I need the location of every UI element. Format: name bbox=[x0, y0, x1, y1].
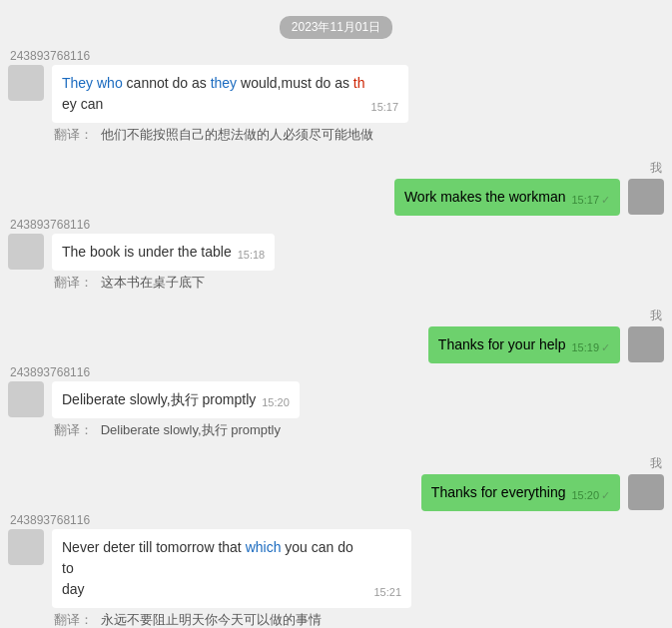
timestamp-1: 15:17 bbox=[371, 99, 399, 116]
avatar-7 bbox=[8, 529, 44, 565]
avatar-5 bbox=[8, 381, 44, 417]
avatar-6 bbox=[628, 474, 664, 510]
right-label-6: 我 bbox=[0, 455, 662, 472]
date-label: 2023年11月01日 bbox=[280, 16, 392, 39]
timestamp-6: 15:20 bbox=[571, 487, 599, 504]
right-label-2: 我 bbox=[0, 160, 662, 177]
timestamp-7: 15:21 bbox=[373, 584, 401, 601]
msg-group-6: 我 Thanks for everything 15:20 ✓ bbox=[0, 449, 672, 511]
bubble-inner-1: They who cannot do as they would,must do… bbox=[62, 73, 398, 115]
msg-row-1: They who cannot do as they would,must do… bbox=[0, 65, 672, 123]
bubble-7: Never deter till tomorrow that which you… bbox=[52, 529, 411, 608]
sender-name-3: 243893768116 bbox=[10, 218, 672, 232]
bubble-1: They who cannot do as they would,must do… bbox=[52, 65, 408, 123]
bubble-inner-6: Thanks for everything 15:20 ✓ bbox=[431, 482, 610, 503]
bubble-wrap-2: Work makes the workman 15:17 ✓ bbox=[394, 179, 620, 216]
check-icon-4: ✓ bbox=[601, 339, 610, 356]
bubble-text-4: Thanks for your help bbox=[438, 334, 566, 355]
bubble-text-6: Thanks for everything bbox=[431, 482, 566, 503]
bubble-wrap-7: Never deter till tomorrow that which you… bbox=[52, 529, 411, 608]
check-icon-6: ✓ bbox=[601, 487, 610, 504]
bubble-wrap-4: Thanks for your help 15:19 ✓ bbox=[428, 326, 620, 363]
msg-group-4: 我 Thanks for your help 15:19 ✓ bbox=[0, 302, 672, 363]
bubble-text-1: They who cannot do as they would,must do… bbox=[62, 73, 365, 115]
translation-7: 翻译： 永远不要阻止明天你今天可以做的事情 bbox=[54, 611, 662, 628]
bubble-text-3: The book is under the table bbox=[62, 242, 232, 263]
bubble-inner-7: Never deter till tomorrow that which you… bbox=[62, 537, 401, 600]
bubble-inner-4: Thanks for your help 15:19 ✓ bbox=[438, 334, 610, 355]
bubble-wrap-1: They who cannot do as they would,must do… bbox=[52, 65, 408, 123]
timestamp-4: 15:19 bbox=[571, 339, 599, 356]
timestamp-2: 15:17 bbox=[571, 192, 599, 209]
bubble-6: Thanks for everything 15:20 ✓ bbox=[421, 474, 620, 511]
trans-label-5: 翻译： bbox=[54, 422, 93, 437]
bubble-wrap-6: Thanks for everything 15:20 ✓ bbox=[421, 474, 620, 511]
sender-name-5: 243893768116 bbox=[10, 365, 672, 379]
trans-text-5: Deliberate slowly,执行 promptly bbox=[101, 422, 281, 437]
bubble-text-5: Deliberate slowly,执行 promptly bbox=[62, 389, 256, 410]
bubble-inner-3: The book is under the table 15:18 bbox=[62, 242, 265, 263]
check-icon-2: ✓ bbox=[601, 192, 610, 209]
translation-1: 翻译： 他们不能按照自己的想法做的人必须尽可能地做 bbox=[54, 126, 662, 144]
bubble-text-2: Work makes the workman bbox=[404, 187, 566, 208]
bubble-text-7: Never deter till tomorrow that which you… bbox=[62, 537, 367, 600]
avatar-4 bbox=[628, 326, 664, 362]
trans-text-7: 永远不要阻止明天你今天可以做的事情 bbox=[101, 612, 322, 627]
translation-3: 翻译： 这本书在桌子底下 bbox=[54, 274, 662, 292]
bubble-wrap-5: Deliberate slowly,执行 promptly 15:20 bbox=[52, 381, 300, 418]
timestamp-3: 15:18 bbox=[238, 247, 266, 264]
msg-group-1: 243893768116 They who cannot do as they … bbox=[0, 49, 672, 152]
trans-text-3: 这本书在桌子底下 bbox=[101, 275, 205, 290]
bubble-5: Deliberate slowly,执行 promptly 15:20 bbox=[52, 381, 300, 418]
avatar-3 bbox=[8, 234, 44, 270]
sender-name-1: 243893768116 bbox=[10, 49, 672, 63]
msg-row-4: Thanks for your help 15:19 ✓ bbox=[0, 326, 672, 363]
chat-container: 2023年11月01日 243893768116 They who cannot… bbox=[0, 0, 672, 628]
trans-label-3: 翻译： bbox=[54, 275, 93, 290]
bubble-inner-5: Deliberate slowly,执行 promptly 15:20 bbox=[62, 389, 290, 410]
date-badge: 2023年11月01日 bbox=[0, 16, 672, 39]
timestamp-5: 15:20 bbox=[262, 394, 290, 411]
bubble-inner-2: Work makes the workman 15:17 ✓ bbox=[404, 187, 610, 208]
trans-text-1: 他们不能按照自己的想法做的人必须尽可能地做 bbox=[101, 127, 373, 142]
msg-row-6: Thanks for everything 15:20 ✓ bbox=[0, 474, 672, 511]
avatar-1 bbox=[8, 65, 44, 101]
translation-5: 翻译： Deliberate slowly,执行 promptly bbox=[54, 421, 662, 439]
avatar-2 bbox=[628, 179, 664, 215]
msg-row-3: The book is under the table 15:18 bbox=[0, 234, 672, 271]
bubble-wrap-3: The book is under the table 15:18 bbox=[52, 234, 275, 271]
trans-label-1: 翻译： bbox=[54, 127, 93, 142]
msg-group-5: 243893768116 Deliberate slowly,执行 prompt… bbox=[0, 365, 672, 447]
msg-row-5: Deliberate slowly,执行 promptly 15:20 bbox=[0, 381, 672, 418]
msg-row-7: Never deter till tomorrow that which you… bbox=[0, 529, 672, 608]
msg-row-2: Work makes the workman 15:17 ✓ bbox=[0, 179, 672, 216]
msg-group-3: 243893768116 The book is under the table… bbox=[0, 218, 672, 300]
msg-group-2: 我 Work makes the workman 15:17 ✓ bbox=[0, 154, 672, 216]
bubble-4: Thanks for your help 15:19 ✓ bbox=[428, 326, 620, 363]
trans-label-7: 翻译： bbox=[54, 612, 93, 627]
sender-name-7: 243893768116 bbox=[10, 513, 672, 527]
msg-group-7: 243893768116 Never deter till tomorrow t… bbox=[0, 513, 672, 628]
bubble-3: The book is under the table 15:18 bbox=[52, 234, 275, 271]
bubble-2: Work makes the workman 15:17 ✓ bbox=[394, 179, 620, 216]
right-label-4: 我 bbox=[0, 308, 662, 324]
